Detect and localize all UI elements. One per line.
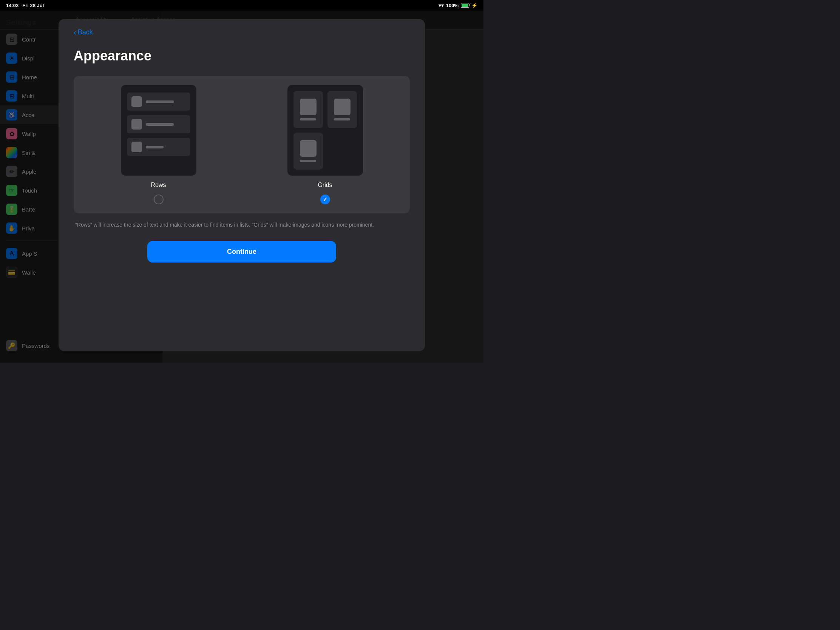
appearance-description: "Rows" will increase the size of text an… <box>74 221 410 229</box>
row-line-2a <box>146 123 174 126</box>
back-chevron-icon: ‹ <box>74 28 76 36</box>
continue-button[interactable]: Continue <box>147 241 336 262</box>
grid-line-3 <box>300 160 316 162</box>
appearance-options: Rows <box>74 76 410 213</box>
grid-thumb-1 <box>300 99 316 115</box>
grids-radio[interactable]: ✓ <box>320 194 330 204</box>
wifi-icon: ▾▾ <box>439 3 444 8</box>
row-lines-2 <box>146 123 186 126</box>
row-line-3a <box>146 146 164 148</box>
back-button[interactable]: ‹ Back <box>74 28 410 36</box>
status-time: 14:03 <box>6 3 19 8</box>
battery-percent: 100% <box>446 3 458 8</box>
status-right: ▾▾ 100% ⚡ <box>439 3 477 8</box>
grid-item-2 <box>327 91 357 128</box>
appearance-modal: ‹ Back Appearance <box>58 19 425 351</box>
row-item-3 <box>127 138 190 156</box>
status-bar: 14:03 Fri 28 Jul ▾▾ 100% ⚡ <box>0 0 483 11</box>
grid-line-1 <box>300 118 316 120</box>
row-item-2 <box>127 115 190 133</box>
rows-preview <box>121 85 196 175</box>
rows-radio[interactable] <box>154 194 164 204</box>
row-thumb-3 <box>131 142 142 152</box>
rows-label: Rows <box>151 182 166 188</box>
grid-item-1 <box>294 91 323 128</box>
grids-preview <box>287 85 363 175</box>
grid-thumb-3 <box>300 140 316 157</box>
grid-thumb-2 <box>334 99 351 115</box>
back-label: Back <box>78 28 93 36</box>
row-lines-1 <box>146 101 186 103</box>
grids-label: Grids <box>317 182 332 188</box>
status-date: Fri 28 Jul <box>22 3 44 8</box>
modal-title: Appearance <box>74 48 410 64</box>
checkmark-icon: ✓ <box>323 196 327 202</box>
battery-fill <box>461 4 468 7</box>
grids-option[interactable]: Grids ✓ <box>249 85 401 204</box>
row-item-1 <box>127 93 190 111</box>
row-thumb-2 <box>131 119 142 129</box>
grid-item-3 <box>294 133 323 170</box>
grid-line-2 <box>334 118 351 120</box>
charging-icon: ⚡ <box>471 3 477 8</box>
rows-option[interactable]: Rows <box>83 85 234 204</box>
row-lines-3 <box>146 146 186 148</box>
row-line-1a <box>146 101 174 103</box>
row-thumb-1 <box>131 96 142 107</box>
battery-icon <box>461 3 469 8</box>
